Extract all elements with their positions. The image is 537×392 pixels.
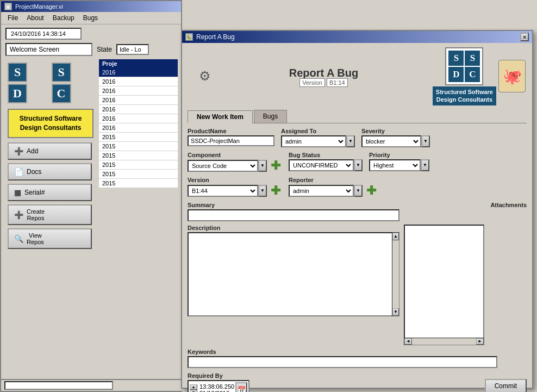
dialog-ssdc-d: D [448, 67, 464, 82]
reporter-label: Reporter [289, 177, 378, 183]
assigned-to-arrow[interactable]: ▼ [346, 135, 355, 147]
component-add-button[interactable]: ✚ [269, 159, 282, 172]
project-item-3[interactable]: 2016 [99, 96, 178, 105]
bug-status-label: Bug Status [289, 152, 363, 158]
summary-label: Summary [188, 202, 486, 208]
datetime-spinner: ▲ ▼ [190, 384, 197, 392]
create-repos-button[interactable]: ➕ Create Repos [8, 204, 92, 225]
serial-icon: ▦ [14, 188, 21, 197]
menu-backup[interactable]: Backup [48, 13, 79, 23]
spinner-down[interactable]: ▼ [190, 390, 197, 392]
project-item-4[interactable]: 2016 [99, 105, 178, 114]
summary-input[interactable] [188, 209, 399, 221]
docs-button[interactable]: 📄 Docs [8, 163, 92, 181]
ssdc-tile-c: C [52, 84, 71, 103]
ssdc-block: S S D C Structured SoftwareDesign Consul… [4, 59, 97, 253]
required-by-label: Required By [188, 372, 249, 379]
project-item-6[interactable]: 2016 [99, 123, 178, 133]
gear-icon: ⚙ [195, 66, 215, 86]
severity-select[interactable]: blocker [361, 135, 421, 147]
bug-status-arrow[interactable]: ▼ [354, 159, 363, 171]
tab-new-work-item[interactable]: New Work Item [188, 110, 253, 123]
datetime-time: 13:38:06.250 [199, 383, 234, 390]
project-item-1[interactable]: 2016 [99, 77, 178, 86]
project-item-10[interactable]: 2015 [99, 160, 178, 170]
dialog-close-button[interactable]: ✕ [520, 33, 529, 41]
welcome-row: State Idle - Lo [5, 43, 177, 56]
version-add-button[interactable]: ✚ [269, 184, 282, 197]
dialog-icon: 🐛 [185, 33, 193, 41]
component-group: Source Code ▼ [188, 160, 267, 172]
attachments-col: Attachments [490, 202, 527, 221]
severity-arrow[interactable]: ▼ [421, 135, 430, 147]
keywords-row: Keywords [188, 349, 527, 368]
priority-select[interactable]: Highest [369, 159, 421, 171]
version-arrow[interactable]: ▼ [258, 185, 267, 197]
datetime-display: 24/10/2016 14:38:14 [5, 28, 82, 40]
required-by-datetime: ▲ ▼ 13:38:06.250 31/10/2016 📅 [188, 380, 249, 392]
calendar-button[interactable]: 📅 [235, 382, 247, 392]
project-item-0[interactable]: 2016 [99, 68, 178, 77]
dialog-title-bar-text: Report A Bug [196, 33, 235, 41]
assigned-to-select[interactable]: admin [281, 135, 346, 147]
description-col: Description ▲ ▼ [188, 225, 399, 345]
project-item-7[interactable]: 2015 [99, 133, 178, 142]
reporter-add-button[interactable]: ✚ [365, 184, 378, 197]
add-button[interactable]: ➕ Add [8, 142, 92, 160]
description-input[interactable] [188, 232, 392, 316]
tab-bugs[interactable]: Bugs [254, 110, 287, 123]
priority-group: Highest ▼ [369, 159, 429, 171]
description-wrapper: ▲ ▼ [188, 232, 399, 316]
attach-scroll-left[interactable]: ◄ [404, 338, 412, 345]
main-titlebar: ▦ ProjectManager.vi [1, 1, 181, 12]
desc-scroll-down[interactable]: ▼ [392, 308, 399, 316]
component-select[interactable]: Source Code [188, 160, 258, 172]
main-menubar: File About Backup Bugs [1, 12, 181, 24]
bug-status-col: Bug Status UNCONFIRMED ▼ [289, 152, 363, 171]
dialog-title-block: Report A Bug Version B1:14 [215, 67, 433, 86]
severity-col: Severity blocker ▼ [361, 128, 430, 147]
required-by-group: ▲ ▼ 13:38:06.250 31/10/2016 📅 [188, 380, 249, 392]
view-repos-label: View Repos [27, 232, 44, 245]
project-item-2[interactable]: 2016 [99, 86, 178, 96]
menu-bugs[interactable]: Bugs [79, 13, 102, 23]
project-item-12[interactable]: 2015 [99, 179, 178, 188]
spinner-up[interactable]: ▲ [190, 384, 197, 390]
version-value: B1:14 [327, 78, 348, 87]
attachments-wrapper: ◄ ► [404, 225, 484, 345]
form-row-3: Version B1:44 ▼ ✚ Reporter ad [188, 177, 527, 197]
view-repos-icon: 🔍 [14, 234, 23, 243]
component-arrow[interactable]: ▼ [258, 160, 267, 172]
version-select[interactable]: B1:44 [188, 185, 258, 197]
bug-status-select[interactable]: UNCONFIRMED [289, 159, 354, 171]
priority-arrow[interactable]: ▼ [421, 159, 429, 171]
keywords-input[interactable] [188, 356, 497, 368]
description-attachments-row: Description ▲ ▼ ◄ ► [188, 225, 527, 345]
serial-button[interactable]: ▦ Serial# [8, 184, 92, 201]
desc-scroll-up[interactable]: ▲ [392, 233, 399, 240]
state-label: State [97, 46, 112, 53]
reporter-arrow[interactable]: ▼ [354, 185, 363, 197]
menu-file[interactable]: File [3, 13, 22, 23]
reporter-select[interactable]: admin [289, 185, 354, 197]
project-item-8[interactable]: 2015 [99, 142, 178, 151]
add-icon: ➕ [14, 147, 23, 155]
serial-label: Serial# [24, 189, 45, 196]
project-item-5[interactable]: 2016 [99, 114, 178, 123]
dialog-ssdc-description: Structured SoftwareDesign Consultants [433, 86, 496, 105]
create-repos-icon: ➕ [14, 210, 23, 219]
view-repos-button[interactable]: 🔍 View Repos [8, 228, 92, 249]
project-item-11[interactable]: 2015 [99, 170, 178, 179]
dialog-version: Version B1:14 [215, 79, 433, 86]
menu-about[interactable]: About [22, 13, 48, 23]
project-item-9[interactable]: 2015 [99, 151, 178, 160]
product-name-input[interactable] [188, 135, 274, 146]
commit-button[interactable]: Commit [485, 379, 527, 392]
dialog-ssdc-logo: S S D C [445, 47, 483, 85]
keywords-label: Keywords [188, 349, 527, 355]
app-icon: ▦ [4, 3, 12, 10]
attach-scroll-right[interactable]: ► [476, 338, 484, 345]
keywords-col: Keywords [188, 349, 527, 368]
attachments-input[interactable] [404, 225, 484, 338]
welcome-input[interactable] [5, 43, 92, 56]
